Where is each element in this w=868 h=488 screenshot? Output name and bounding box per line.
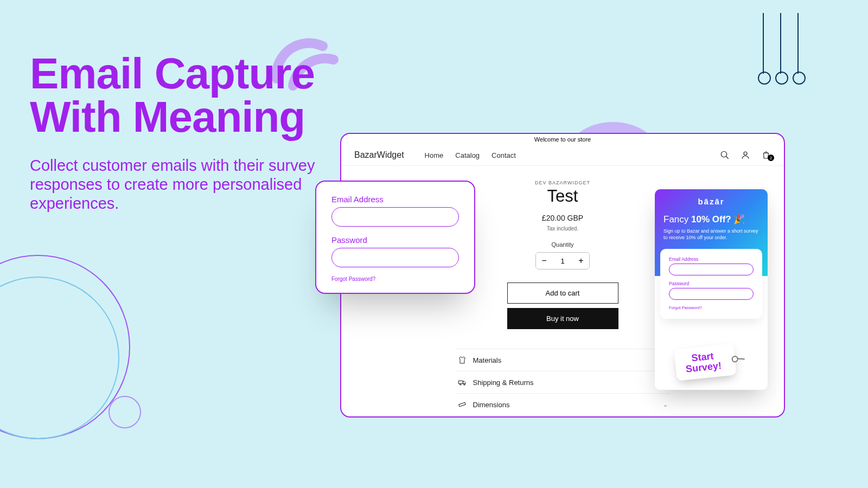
product-vendor: DEV BAZARWIDGET (535, 180, 590, 185)
quantity-increase-button[interactable]: + (573, 253, 589, 269)
widget-password-label: Password (669, 281, 754, 286)
nav-link-catalog[interactable]: Catalog (455, 151, 480, 159)
email-input[interactable] (331, 207, 459, 227)
cta-line: Survey! (685, 360, 722, 375)
decorative-lines (763, 13, 799, 74)
headline-line: With Meaning (30, 93, 305, 141)
widget-subtitle: Sign up to Bazar and answer a short surv… (663, 228, 759, 241)
widget-brand: bāzār (663, 197, 759, 206)
shirt-icon (458, 356, 467, 364)
accordion-row-materials[interactable]: Materials ⌄ (456, 349, 670, 371)
password-input[interactable] (331, 248, 459, 267)
add-to-cart-button[interactable]: Add to cart (507, 282, 618, 304)
page-headline: Email Capture With Meaning (30, 52, 315, 139)
accordion-label: Shipping & Returns (473, 378, 534, 387)
widget-forgot-link[interactable]: Forgot Password? (669, 305, 754, 310)
store-nav: Home Catalog Contact (425, 151, 516, 159)
account-icon[interactable] (741, 150, 750, 160)
nav-link-home[interactable]: Home (425, 151, 444, 159)
tax-note: Tax included. (547, 226, 578, 232)
widget-form: Email Address Password Forgot Password? (660, 249, 762, 319)
start-survey-button[interactable]: Start Survey! (674, 344, 736, 381)
svg-line-1 (726, 156, 729, 159)
party-icon: 🎉 (733, 214, 745, 224)
widget-title-prefix: Fancy (663, 214, 691, 224)
svg-point-2 (744, 152, 747, 155)
store-logo[interactable]: BazarWidget (354, 150, 404, 160)
page-subheadline: Collect customer emails with their surve… (30, 156, 323, 213)
accordion-row-shipping[interactable]: Shipping & Returns ⌄ (456, 371, 670, 393)
product-price: £20.00 GBP (542, 214, 583, 222)
quantity-label: Quantity (552, 241, 574, 248)
bazar-widget: bāzār Fancy 10% Off? 🎉 Sign up to Bazar … (655, 189, 768, 390)
svg-point-0 (721, 151, 727, 157)
password-label: Password (331, 235, 459, 245)
svg-point-4 (459, 384, 461, 386)
cart-count-badge: 2 (768, 155, 774, 161)
cart-icon[interactable]: 2 (761, 150, 771, 160)
chevron-down-icon: ⌄ (663, 401, 668, 408)
quantity-decrease-button[interactable]: − (536, 253, 552, 269)
quantity-value: 1 (552, 257, 573, 265)
truck-icon (458, 378, 467, 387)
decorative-ring (108, 396, 141, 428)
widget-email-label: Email Address (669, 256, 754, 262)
forgot-password-link[interactable]: Forgot Password? (331, 276, 459, 282)
svg-point-5 (463, 384, 465, 386)
accordion-row-dimensions[interactable]: Dimensions ⌄ (456, 393, 670, 415)
quantity-stepper: − 1 + (535, 252, 590, 269)
email-label: Email Address (331, 195, 459, 204)
email-capture-popout: Email Address Password Forgot Password? (315, 181, 475, 294)
widget-email-input[interactable] (669, 264, 754, 275)
svg-rect-6 (458, 402, 465, 407)
store-header: BazarWidget Home Catalog Contact 2 (341, 145, 784, 166)
buy-now-button[interactable]: Buy it now (507, 308, 618, 329)
widget-title-bold: 10% Off? (691, 214, 731, 224)
widget-title: Fancy 10% Off? 🎉 (663, 214, 759, 225)
search-icon[interactable] (720, 150, 730, 160)
ruler-icon (458, 400, 467, 409)
announcement-bar: Welcome to our store (341, 134, 784, 145)
svg-rect-3 (458, 381, 463, 383)
widget-password-input[interactable] (669, 288, 754, 300)
product-accordion: Materials ⌄ Shipping & Returns ⌄ Dimensi… (456, 349, 670, 418)
headline-line: Email Capture (30, 49, 315, 98)
accordion-label: Dimensions (473, 401, 510, 409)
accordion-label: Materials (473, 356, 502, 364)
product-title: Test (547, 187, 578, 206)
nav-link-contact[interactable]: Contact (492, 151, 516, 159)
accordion-row-care[interactable]: Care Instructions ⌄ (456, 415, 670, 418)
